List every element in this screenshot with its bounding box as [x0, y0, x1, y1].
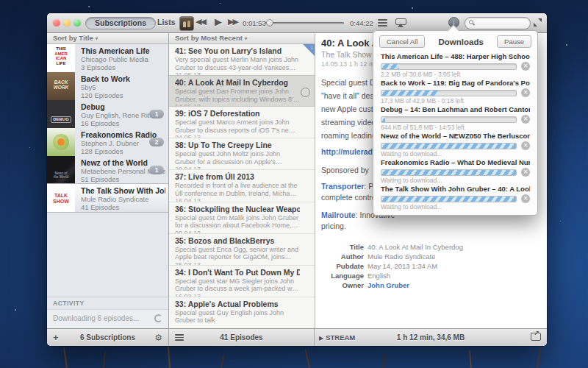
episode-row-35[interactable]: 35: Bozos and BlackBerrys Special guest … — [169, 234, 315, 266]
podcast-row-this-american-life[interactable]: THIS AMER ICAN LIFE This American Life C… — [47, 44, 168, 72]
podcast-row-newz-of-the-world[interactable]: Newz of the World Newz of the World Meta… — [47, 156, 168, 184]
search-icon — [469, 20, 473, 24]
owner-link[interactable]: John Gruber — [368, 280, 409, 290]
episode-title: 34: I Don't Want To Put Down My Drink — [175, 268, 300, 277]
close-button[interactable] — [53, 19, 60, 26]
podcast-episode-count: 51 Episodes — [81, 175, 165, 183]
stream-button[interactable]: ▶STREAM — [319, 333, 355, 342]
episode-row-34[interactable]: 34: I Don't Want To Put Down My Drink Sp… — [169, 266, 315, 297]
artwork-text: LIFE — [47, 61, 75, 66]
podcast-episode-count: 120 Episodes — [81, 91, 165, 99]
activity-status-text: Downloading 6 episodes... — [53, 314, 139, 322]
podcast-list: THIS AMER ICAN LIFE This American Life C… — [47, 44, 168, 297]
episode-row-38[interactable]: 38: Up To The Creepy Line Special guest … — [169, 138, 315, 170]
episode-title: 35: Bozos and BlackBerrys — [175, 236, 300, 246]
sidebar-sort-label: Sort by Title — [53, 34, 93, 42]
sponsor-link[interactable]: Transporter — [321, 182, 364, 191]
now-playing-artwork[interactable] — [179, 16, 194, 31]
artwork-text: AMER — [47, 52, 75, 57]
playback-slider-knob[interactable] — [266, 19, 273, 26]
star-dot — [560, 221, 561, 222]
podcast-episode-count: 41 Episodes — [81, 203, 165, 211]
episodes-count: 41 Episodes — [169, 333, 314, 342]
minimize-button[interactable] — [63, 19, 71, 26]
download-item: Newz of the World – NEWZ050 The Berlusco… — [373, 130, 537, 157]
artwork-text: DEBUG — [51, 116, 71, 123]
cancel-download-icon[interactable]: ✕ — [521, 115, 530, 124]
cancel-download-icon[interactable]: ✕ — [521, 194, 530, 203]
tab-subscriptions[interactable]: Subscriptions — [85, 17, 156, 29]
episode-metadata-table: Title 40: A Look At Mail In Cyberdog Aut… — [321, 242, 541, 290]
forward-button[interactable]: ▶▶ — [228, 17, 237, 26]
star-dot — [88, 6, 90, 7]
airplay-icon[interactable] — [395, 18, 406, 25]
episode-row-39[interactable]: 39: iOS 7 Deforestation Special guest Ma… — [169, 107, 315, 138]
podcast-artwork: TALK SHOW — [47, 184, 75, 212]
cancel-all-button[interactable]: Cancel All — [379, 35, 425, 48]
grass-blade — [103, 352, 106, 368]
download-title: The Talk Show With John Gruber – 40: A L… — [381, 185, 530, 194]
podcast-artwork: Newz of the World — [47, 156, 75, 184]
podcast-row-back-to-work[interactable]: BACK WORK Back to Work 5by5 120 Episodes — [47, 72, 168, 100]
fullscreen-icon[interactable] — [534, 18, 542, 26]
cancel-download-icon[interactable]: ✕ — [521, 88, 530, 97]
episode-title: 39: iOS 7 Deforestation — [175, 109, 300, 118]
episode-row-41[interactable]: 41: See You on Larry's Island Very speci… — [169, 44, 315, 76]
episode-row-33[interactable]: 33: Apple's Actual Problems Special gues… — [169, 297, 315, 329]
episode-row-40[interactable]: 40: A Look At Mail In Cyberdog Special g… — [169, 75, 315, 107]
podcast-episode-count: 128 Episodes — [81, 147, 165, 155]
artwork-text: THIS — [47, 46, 75, 52]
episode-sort-header[interactable]: Sort by Most Recent ▾ — [169, 33, 315, 44]
metadata-value: May 14, 2013 1:34 AM — [368, 261, 437, 271]
unplayed-badge: 1 — [149, 166, 164, 174]
artwork-text: SHOW — [47, 199, 75, 205]
download-item: The Talk Show With John Gruber – 40: A L… — [373, 183, 537, 210]
download-title: Freakonomics Radio – What Do Medieval Nu… — [381, 158, 530, 167]
artwork-text: TALK — [47, 193, 75, 199]
episode-row-36[interactable]: 36: Stockpiling the Nuclear Weapons of… … — [169, 202, 315, 234]
pause-button[interactable]: Pause — [497, 35, 531, 48]
sidebar-sort-header[interactable]: Sort by Title ▾ — [47, 33, 168, 44]
playback-slider[interactable] — [265, 22, 344, 24]
chevron-down-icon: ▾ — [95, 35, 98, 42]
episode-description: Special guest Erica Ogg, senior writer a… — [175, 246, 300, 261]
episode-description: Special guest Om Malik joins John Gruber… — [175, 214, 300, 230]
time-remaining: 0:44:22 — [350, 19, 373, 27]
episode-row-37[interactable]: 37: Live from Úll 2013 Recorded in front… — [169, 170, 315, 202]
activity-header: ACTIVITY — [47, 297, 168, 309]
podcast-row-freakonomics[interactable]: Freakonomics Radio Stephen J. Dubner 128… — [47, 128, 168, 156]
podcast-title: The Talk Show With John… — [81, 186, 165, 195]
download-progress-bar — [381, 143, 517, 149]
download-progress-bar — [381, 169, 517, 176]
rewind-button[interactable]: ◀◀ — [196, 17, 205, 26]
cancel-download-icon[interactable]: ✕ — [521, 62, 530, 71]
grass-blade — [305, 349, 310, 368]
statusbar-detail-section: ▶STREAM 1 h 12 min, 34,6 MB — [315, 329, 547, 346]
podcast-author: Mule Radio Syndicate — [81, 195, 165, 203]
search-input[interactable] — [465, 17, 531, 29]
add-subscription-button[interactable]: + — [53, 332, 59, 343]
cancel-download-icon[interactable]: ✕ — [521, 168, 530, 177]
metadata-label: Author — [321, 252, 364, 261]
cancel-download-icon[interactable]: ✕ — [521, 141, 530, 150]
gear-icon[interactable]: ⚙ — [154, 333, 162, 343]
sponsor-link[interactable]: Mailroute — [321, 210, 356, 219]
unplayed-badge: 2 — [149, 138, 164, 146]
grass-blade — [63, 347, 68, 368]
activity-status-row[interactable]: Downloading 6 episodes... — [47, 309, 168, 329]
download-progress-bar — [381, 116, 517, 123]
list-view-icon[interactable] — [175, 333, 184, 342]
metadata-value: 40: A Look At Mail In Cyberdog — [368, 242, 463, 252]
download-item: Debug – 14: Ben Lachman and Robert Canto… — [373, 104, 537, 130]
tab-lists[interactable]: Lists — [157, 18, 176, 26]
episode-title: 37: Live from Úll 2013 — [175, 172, 300, 182]
podcast-info: Back to Work 5by5 120 Episodes — [75, 72, 168, 100]
podcast-row-the-talk-show[interactable]: TALK SHOW The Talk Show With John… Mule … — [47, 183, 168, 213]
podcast-row-debug[interactable]: DEBUG Debug Guy English, Rene Ritchie 16… — [47, 100, 168, 128]
zoom-button[interactable] — [74, 19, 81, 26]
share-icon[interactable] — [531, 333, 541, 341]
episode-title: 38: Up To The Creepy Line — [175, 141, 300, 150]
play-button[interactable]: ▶ — [215, 16, 222, 27]
download-title: Newz of the World – NEWZ050 The Berlusco… — [381, 132, 530, 141]
up-next-icon[interactable] — [378, 19, 387, 26]
